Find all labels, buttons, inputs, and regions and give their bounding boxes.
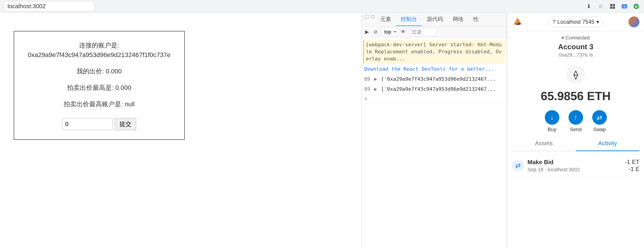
connected-indicator bbox=[562, 37, 564, 39]
tab-network[interactable]: 网络 bbox=[448, 13, 468, 26]
browser-toolbar-icons: ⬇ ☆ N M bbox=[585, 2, 640, 10]
block-icon[interactable]: ⊘ bbox=[373, 28, 378, 36]
devtools-panel: ⬚ □ 元素 控制台 源代码 网络 性 ▶ ⊘ top 👁 [webpack-d… bbox=[361, 13, 507, 249]
balance-section: 65.9856 ETH bbox=[508, 87, 644, 106]
tab-elements[interactable]: 元素 bbox=[376, 13, 396, 26]
activity-list: ⇄ Make Bid Sep 18 · localhost:3002 -1 ET… bbox=[508, 151, 644, 180]
my-bid-text: 我的出价: 0.000 bbox=[28, 66, 170, 76]
buy-button[interactable]: ↓ Buy bbox=[545, 110, 560, 132]
console-output: [webpack-dev-server] Server started: Hot… bbox=[362, 38, 507, 249]
context-selector[interactable]: top bbox=[381, 28, 397, 36]
metamask-body: Connected Account 3 0xa29...737e ⧉ ⟠ 65.… bbox=[508, 31, 644, 249]
question-icon: ? bbox=[552, 19, 555, 25]
svg-rect-0 bbox=[610, 4, 612, 6]
console-webpack-line: [webpack-dev-server] Server started: Hot… bbox=[363, 40, 505, 64]
balance-amount: 65.9856 ETH bbox=[512, 89, 640, 103]
swap-label: Swap bbox=[593, 126, 606, 132]
activity-item-info: Make Bid Sep 18 · localhost:3002 bbox=[528, 159, 621, 172]
bid-input[interactable] bbox=[62, 118, 112, 130]
extension3-icon[interactable]: M bbox=[632, 2, 640, 10]
network-dropdown[interactable]: ? Localhost 7545 ▾ bbox=[548, 17, 603, 27]
metamask-logo-icon bbox=[512, 16, 523, 27]
eye-icon[interactable]: 👁 bbox=[400, 28, 406, 36]
console-log-2: 89 ▶ ['0xa29a9e7f43c947a953d96e9d2132467… bbox=[363, 84, 505, 94]
bid-form: 提交 bbox=[28, 118, 170, 130]
swap-button-icon: ⇄ bbox=[592, 110, 607, 125]
svg-rect-2 bbox=[610, 6, 612, 9]
buy-button-icon: ↓ bbox=[545, 110, 560, 125]
account-address-row: 0xa29...737e ⧉ bbox=[559, 52, 593, 58]
web-page-content: 连接的账户是: 0xa29a9e7f43c947a953d96e9d213246… bbox=[0, 13, 361, 249]
activity-swap-icon: ⇄ bbox=[512, 160, 524, 172]
metamask-panel: ? Localhost 7545 ▾ Connected Account 3 0… bbox=[507, 13, 644, 249]
account-avatar[interactable] bbox=[628, 16, 640, 27]
send-button-icon: ↑ bbox=[568, 110, 583, 125]
play-icon[interactable]: ▶ bbox=[364, 28, 370, 36]
browser-chrome: localhost:3002 ⬇ ☆ N M bbox=[0, 0, 644, 13]
tab-performance[interactable]: 性 bbox=[469, 13, 483, 26]
console-prompt[interactable]: > bbox=[363, 94, 505, 104]
device-icon[interactable]: □ bbox=[370, 13, 375, 26]
svg-point-13 bbox=[516, 20, 519, 24]
highest-bidder-text: 拍卖出价最高账户是: null bbox=[28, 100, 170, 109]
network-selector-container: ? Localhost 7545 ▾ bbox=[526, 17, 626, 27]
action-buttons: ↓ Buy ↑ Send ⇄ Swap bbox=[508, 106, 644, 136]
bookmark-icon[interactable]: ☆ bbox=[596, 2, 605, 10]
filter-input[interactable] bbox=[409, 28, 437, 36]
buy-label: Buy bbox=[548, 126, 556, 132]
tab-sources[interactable]: 源代码 bbox=[422, 13, 448, 26]
highest-bid-text: 拍卖出价最高是: 0.000 bbox=[28, 83, 170, 92]
svg-rect-3 bbox=[613, 6, 615, 9]
tab-assets[interactable]: Assets bbox=[512, 136, 576, 151]
chevron-down-icon: ▾ bbox=[596, 19, 599, 25]
inspect-icon[interactable]: ⬚ bbox=[363, 13, 370, 26]
send-label: Send bbox=[570, 126, 582, 132]
svg-text:M: M bbox=[635, 4, 638, 8]
eth-logo-icon: ⟠ bbox=[567, 66, 585, 84]
extension1-icon[interactable] bbox=[608, 2, 617, 10]
list-item: ⇄ Make Bid Sep 18 · localhost:3002 -1 ET… bbox=[512, 155, 640, 176]
connected-account-text: 连接的账户是: 0xa29a9e7f43c947a953d96e9d213246… bbox=[28, 40, 170, 60]
devtools-tabs: ⬚ □ 元素 控制台 源代码 网络 性 bbox=[362, 13, 507, 26]
auction-container: 连接的账户是: 0xa29a9e7f43c947a953d96e9d213246… bbox=[14, 31, 185, 140]
metamask-tabs: Assets Activity bbox=[512, 136, 640, 151]
connected-address: 0xa29a9e7f43c947a953d96e9d2132467f1f0c73… bbox=[28, 51, 170, 58]
url-bar[interactable]: localhost:3002 bbox=[4, 1, 95, 12]
account-address-text: 0xa29...737e bbox=[559, 52, 588, 58]
tab-console[interactable]: 控制台 bbox=[396, 13, 422, 26]
connected-badge: Connected bbox=[562, 35, 590, 41]
submit-button[interactable]: 提交 bbox=[115, 118, 136, 130]
swap-button[interactable]: ⇄ Swap bbox=[592, 110, 607, 132]
console-devtools-line: Download the React DevTools for a better… bbox=[363, 64, 505, 74]
download-icon[interactable]: ⬇ bbox=[585, 2, 593, 10]
tab-activity[interactable]: Activity bbox=[576, 136, 640, 151]
connected-label: Connected bbox=[565, 35, 590, 41]
account-name: Account 3 bbox=[558, 43, 593, 51]
activity-name: Make Bid bbox=[528, 159, 621, 166]
account-section: Connected Account 3 0xa29...737e ⧉ bbox=[508, 31, 644, 62]
eth-icon-container: ⟠ bbox=[508, 62, 644, 87]
devtools-toolbar: ▶ ⊘ top 👁 bbox=[362, 26, 507, 38]
activity-meta: Sep 18 · localhost:3002 bbox=[528, 167, 621, 172]
send-button[interactable]: ↑ Send bbox=[568, 110, 583, 132]
main-content: 连接的账户是: 0xa29a9e7f43c947a953d96e9d213246… bbox=[0, 13, 644, 249]
svg-text:N: N bbox=[624, 5, 625, 8]
svg-rect-1 bbox=[613, 4, 615, 6]
extension2-icon[interactable]: N bbox=[620, 2, 628, 10]
console-log-1: 89 ▶ ['0xa29a9e7f43c947a953d96e9d2132467… bbox=[363, 74, 505, 84]
network-name: Localhost 7545 bbox=[557, 19, 594, 25]
activity-amount: -1 ET -1 E bbox=[625, 158, 640, 172]
metamask-header: ? Localhost 7545 ▾ bbox=[508, 13, 644, 31]
copy-address-icon[interactable]: ⧉ bbox=[590, 52, 593, 58]
